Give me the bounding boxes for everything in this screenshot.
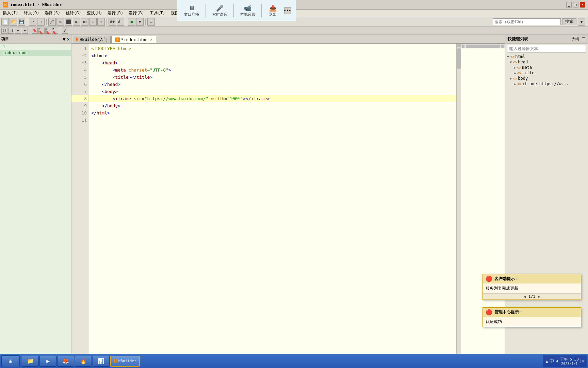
save-btn[interactable]: 💾: [18, 18, 25, 26]
taskbar-hbuilder-btn[interactable]: H HBuilder: [110, 356, 140, 367]
new-file-btn[interactable]: 📄: [1, 18, 9, 26]
next-bookmark-btn[interactable]: ↓🔖: [45, 28, 51, 34]
font-larger-btn[interactable]: A+: [109, 18, 116, 26]
tree-tag-icon-html: <>: [510, 55, 514, 59]
search-options-btn[interactable]: ▼: [578, 18, 585, 26]
sidebar-file-index[interactable]: index.html: [0, 50, 71, 56]
next-btn[interactable]: ➡: [22, 28, 28, 34]
sidebar-close-btn[interactable]: ×: [67, 36, 70, 42]
code-line-10: </html>: [91, 109, 456, 117]
step-into-btn[interactable]: ⬇: [89, 18, 97, 26]
taskbar-folder-btn[interactable]: 📁: [22, 356, 39, 367]
code-line-5: <title></title>: [91, 74, 456, 81]
code-line-1: <!DOCTYPE html>: [91, 45, 456, 52]
show-desktop-icon[interactable]: ▮: [580, 359, 584, 363]
code-content[interactable]: <!DOCTYPE html> <html> <head> <meta char…: [88, 44, 456, 357]
right-panel-menu-btn[interactable]: ☰: [582, 37, 585, 41]
terminal-btn[interactable]: ⊡: [147, 18, 155, 26]
taskbar-ppt-btn[interactable]: 📊: [93, 356, 110, 367]
close-btn[interactable]: ×: [580, 2, 585, 7]
view-btn[interactable]: 🖊: [62, 28, 68, 34]
scroll-left-btn[interactable]: [462, 45, 464, 48]
format-btn[interactable]: 🖊: [48, 18, 56, 26]
tree-item-title[interactable]: ▶ <> title: [505, 70, 588, 76]
clear-bookmark-btn[interactable]: ✖🔖: [52, 28, 58, 34]
start-icon: ⊞: [9, 357, 13, 365]
menu-tools[interactable]: 工具(T): [147, 10, 168, 17]
tree-item-head[interactable]: ▼ <> head: [505, 59, 588, 65]
sidebar-file-hbuilder[interactable]: 1: [0, 44, 71, 50]
menu-find[interactable]: 查找(H): [84, 10, 105, 17]
tree-tag-icon-iframe: <>: [517, 82, 521, 86]
tree-tag-icon-title: <>: [517, 71, 521, 75]
realtime-voice-btn[interactable]: 🎤 实时语音: [210, 3, 229, 18]
open-file-btn[interactable]: 📂: [10, 18, 17, 26]
filter-input[interactable]: [507, 45, 586, 52]
sidebar: 项目 ▼ × 1 index.html: [0, 35, 71, 357]
font-smaller-btn[interactable]: A-: [117, 18, 124, 26]
taskbar-media-btn[interactable]: ▶: [39, 356, 56, 367]
step-btn[interactable]: ⏭: [81, 18, 88, 26]
local-audio-btn[interactable]: 📹 本地音频: [238, 3, 257, 18]
expand-btn[interactable]: []: [8, 28, 14, 34]
tree-label-html: html: [515, 54, 525, 59]
search-button[interactable]: 搜索: [562, 18, 576, 25]
window-broadcast-btn[interactable]: 🖥 窗口广播: [182, 3, 201, 18]
tray-arrow-icon[interactable]: ▲: [545, 358, 548, 364]
bookmark-btn[interactable]: 🔖: [32, 28, 38, 34]
line-num-6: 6: [71, 81, 88, 88]
tree-arrow-iframe: ▶: [514, 82, 516, 86]
sidebar-collapse-btn[interactable]: ▼: [63, 36, 65, 42]
tray-network-icon[interactable]: 中: [550, 358, 554, 364]
notif1-next-btn[interactable]: ▶: [538, 294, 540, 299]
step-over-btn[interactable]: ↪: [97, 18, 105, 26]
toolbar-minimize-btn[interactable]: •••: [284, 7, 291, 14]
breakpoint-btn[interactable]: ⬛: [65, 18, 72, 26]
scroll-up-btn[interactable]: [457, 44, 461, 47]
horizontal-scrollbar[interactable]: [461, 44, 505, 48]
menu-insert[interactable]: 插入(I): [0, 10, 21, 17]
tree-item-body[interactable]: ▼ <> body: [505, 76, 588, 81]
notif1-body: 服务列表完成更新: [483, 283, 581, 293]
tab-index-icon: H: [115, 37, 120, 42]
run-debug-btn[interactable]: ▶: [73, 18, 80, 26]
menu-run[interactable]: 运行(R): [105, 10, 126, 17]
tab-index[interactable]: H *index.html ×: [111, 36, 156, 43]
minimize-btn[interactable]: _: [566, 2, 572, 7]
line-num-10: 10: [71, 109, 88, 117]
taskbar-nox-btn[interactable]: 🦊: [57, 356, 74, 367]
tab-hbuilder[interactable]: H HBuilder入门: [73, 36, 111, 43]
start-button[interactable]: ⊞: [1, 355, 20, 367]
scroll-right-btn[interactable]: [501, 45, 504, 48]
menu-escape[interactable]: 转义(O): [21, 10, 42, 17]
menu-jump[interactable]: 跳转(G): [63, 10, 84, 17]
exit-label: 退出: [269, 12, 277, 17]
toolbar-row2: {} [] ⬅ ➡ 🔖 ↑🔖 ↓🔖 ✖🔖 🖊: [0, 27, 588, 35]
notif1-prev-btn[interactable]: ◀: [523, 294, 526, 299]
prev-btn[interactable]: ⬅: [15, 28, 21, 34]
maximize-btn[interactable]: □: [573, 2, 578, 7]
prev-bookmark-btn[interactable]: ↑🔖: [38, 28, 45, 34]
diff-btn[interactable]: ⚖: [56, 18, 64, 26]
undo-btn[interactable]: ↩: [29, 18, 36, 26]
collapse-btn[interactable]: {}: [1, 28, 7, 34]
search-input[interactable]: [493, 18, 561, 25]
taskbar-firefox-btn[interactable]: 🔥: [75, 356, 92, 367]
highlight-btn[interactable]: ●: [128, 18, 135, 26]
menu-select[interactable]: 选择(S): [42, 10, 63, 17]
exit-btn[interactable]: 📤 退出: [266, 3, 280, 18]
h-scrollbar-thumb[interactable]: [466, 45, 500, 48]
tree-item-html[interactable]: ▼ <> html: [505, 54, 588, 59]
tray-volume-icon[interactable]: ♦: [556, 358, 558, 364]
vertical-scrollbar[interactable]: [456, 44, 461, 357]
more-btn[interactable]: ▼: [136, 18, 144, 26]
tab-index-close[interactable]: ×: [150, 38, 152, 42]
menu-publish[interactable]: 发行(B): [126, 10, 147, 17]
tree-item-iframe[interactable]: ▶ <> iframe https://w...: [505, 81, 588, 87]
scrollbar-thumb[interactable]: [457, 48, 461, 69]
notif2-icon: 🔴: [486, 309, 492, 316]
outline-btn[interactable]: 大纲: [572, 36, 579, 42]
redo-btn[interactable]: ↪: [37, 18, 45, 26]
tree-item-meta[interactable]: ▶ <> meta: [505, 65, 588, 70]
tree-tag-icon-body: <>: [513, 76, 517, 81]
